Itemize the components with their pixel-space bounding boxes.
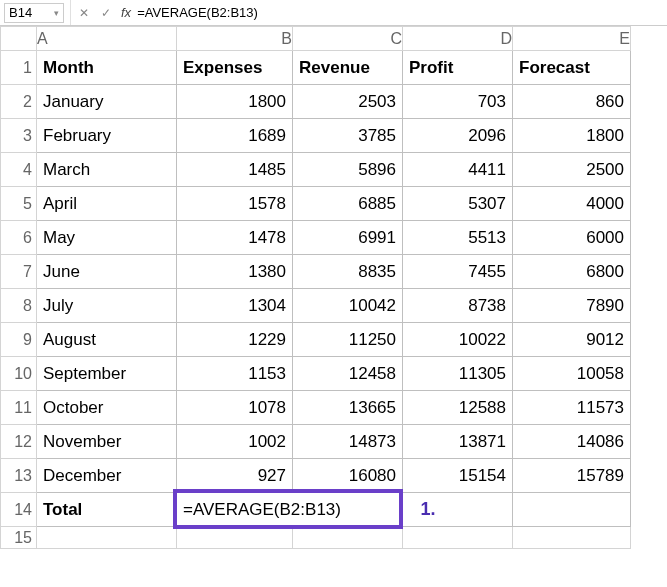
cell-D2[interactable]: 703 xyxy=(403,85,513,119)
cell-E1[interactable]: Forecast xyxy=(513,51,631,85)
cell-B2[interactable]: 1800 xyxy=(177,85,293,119)
row-header-15[interactable]: 15 xyxy=(1,527,37,549)
cell-E3[interactable]: 1800 xyxy=(513,119,631,153)
cell-D8[interactable]: 8738 xyxy=(403,289,513,323)
cell-E14[interactable] xyxy=(513,493,631,527)
cell-A11[interactable]: October xyxy=(37,391,177,425)
select-all-corner[interactable] xyxy=(1,27,37,51)
cell-E7[interactable]: 6800 xyxy=(513,255,631,289)
cell-C12[interactable]: 14873 xyxy=(293,425,403,459)
row-header-1[interactable]: 1 xyxy=(1,51,37,85)
cell-D7[interactable]: 7455 xyxy=(403,255,513,289)
row-header-6[interactable]: 6 xyxy=(1,221,37,255)
cell-A8[interactable]: July xyxy=(37,289,177,323)
cell-B10[interactable]: 1153 xyxy=(177,357,293,391)
cell-C3[interactable]: 3785 xyxy=(293,119,403,153)
row-header-14[interactable]: 14 xyxy=(1,493,37,527)
cell-D9[interactable]: 10022 xyxy=(403,323,513,357)
cell-C13[interactable]: 16080 xyxy=(293,459,403,493)
row-header-5[interactable]: 5 xyxy=(1,187,37,221)
row-header-3[interactable]: 3 xyxy=(1,119,37,153)
cell-C9[interactable]: 11250 xyxy=(293,323,403,357)
cell-B13[interactable]: 927 xyxy=(177,459,293,493)
cell-C1[interactable]: Revenue xyxy=(293,51,403,85)
fx-icon[interactable]: fx xyxy=(121,5,131,20)
cell-A9[interactable]: August xyxy=(37,323,177,357)
cell-A10[interactable]: September xyxy=(37,357,177,391)
cell-B15[interactable] xyxy=(177,527,293,549)
cell-B4[interactable]: 1485 xyxy=(177,153,293,187)
cell-D12[interactable]: 13871 xyxy=(403,425,513,459)
cell-B6[interactable]: 1478 xyxy=(177,221,293,255)
col-header-C[interactable]: C xyxy=(293,27,403,51)
cell-C11[interactable]: 13665 xyxy=(293,391,403,425)
cell-D14[interactable] xyxy=(403,493,513,527)
cell-B11[interactable]: 1078 xyxy=(177,391,293,425)
cell-A13[interactable]: December xyxy=(37,459,177,493)
col-header-A[interactable]: A xyxy=(37,27,177,51)
cell-E12[interactable]: 14086 xyxy=(513,425,631,459)
cell-D5[interactable]: 5307 xyxy=(403,187,513,221)
cell-E9[interactable]: 9012 xyxy=(513,323,631,357)
cell-D10[interactable]: 11305 xyxy=(403,357,513,391)
cell-B3[interactable]: 1689 xyxy=(177,119,293,153)
cell-A7[interactable]: June xyxy=(37,255,177,289)
cell-D6[interactable]: 5513 xyxy=(403,221,513,255)
enter-formula-button[interactable]: ✓ xyxy=(95,6,117,20)
col-header-B[interactable]: B xyxy=(177,27,293,51)
cell-D15[interactable] xyxy=(403,527,513,549)
row-header-9[interactable]: 9 xyxy=(1,323,37,357)
cell-A5[interactable]: April xyxy=(37,187,177,221)
cell-E11[interactable]: 11573 xyxy=(513,391,631,425)
cell-E4[interactable]: 2500 xyxy=(513,153,631,187)
row-header-10[interactable]: 10 xyxy=(1,357,37,391)
cell-A3[interactable]: February xyxy=(37,119,177,153)
cell-C4[interactable]: 5896 xyxy=(293,153,403,187)
cancel-formula-button[interactable]: ✕ xyxy=(73,6,95,20)
cell-B5[interactable]: 1578 xyxy=(177,187,293,221)
cell-C8[interactable]: 10042 xyxy=(293,289,403,323)
cell-C7[interactable]: 8835 xyxy=(293,255,403,289)
cell-E6[interactable]: 6000 xyxy=(513,221,631,255)
cell-A4[interactable]: March xyxy=(37,153,177,187)
formula-input[interactable] xyxy=(137,0,667,25)
row-header-11[interactable]: 11 xyxy=(1,391,37,425)
cell-D13[interactable]: 15154 xyxy=(403,459,513,493)
cell-C5[interactable]: 6885 xyxy=(293,187,403,221)
cell-E8[interactable]: 7890 xyxy=(513,289,631,323)
cell-E10[interactable]: 10058 xyxy=(513,357,631,391)
cell-A2[interactable]: January xyxy=(37,85,177,119)
col-header-D[interactable]: D xyxy=(403,27,513,51)
cell-B12[interactable]: 1002 xyxy=(177,425,293,459)
cell-E15[interactable] xyxy=(513,527,631,549)
chevron-down-icon[interactable]: ▾ xyxy=(54,8,59,18)
cell-A12[interactable]: November xyxy=(37,425,177,459)
cell-B9[interactable]: 1229 xyxy=(177,323,293,357)
cell-C10[interactable]: 12458 xyxy=(293,357,403,391)
cell-D11[interactable]: 12588 xyxy=(403,391,513,425)
spreadsheet-grid[interactable]: A B C D E 1 Month Expenses Revenue Profi… xyxy=(0,26,631,549)
cell-E2[interactable]: 860 xyxy=(513,85,631,119)
cell-A1[interactable]: Month xyxy=(37,51,177,85)
row-header-13[interactable]: 13 xyxy=(1,459,37,493)
row-header-7[interactable]: 7 xyxy=(1,255,37,289)
cell-D3[interactable]: 2096 xyxy=(403,119,513,153)
cell-D4[interactable]: 4411 xyxy=(403,153,513,187)
row-header-8[interactable]: 8 xyxy=(1,289,37,323)
cell-E5[interactable]: 4000 xyxy=(513,187,631,221)
name-box[interactable]: B14 ▾ xyxy=(4,3,64,23)
cell-C15[interactable] xyxy=(293,527,403,549)
cell-A14[interactable]: Total xyxy=(37,493,177,527)
cell-B1[interactable]: Expenses xyxy=(177,51,293,85)
cell-B14[interactable]: =AVERAGE(B2:B13) xyxy=(177,493,293,527)
cell-A6[interactable]: May xyxy=(37,221,177,255)
cell-D1[interactable]: Profit xyxy=(403,51,513,85)
cell-E13[interactable]: 15789 xyxy=(513,459,631,493)
formula-editing-overlay[interactable]: =AVERAGE(B2:B13) xyxy=(177,493,402,526)
row-header-2[interactable]: 2 xyxy=(1,85,37,119)
col-header-E[interactable]: E xyxy=(513,27,631,51)
row-header-4[interactable]: 4 xyxy=(1,153,37,187)
cell-C6[interactable]: 6991 xyxy=(293,221,403,255)
cell-A15[interactable] xyxy=(37,527,177,549)
cell-B7[interactable]: 1380 xyxy=(177,255,293,289)
